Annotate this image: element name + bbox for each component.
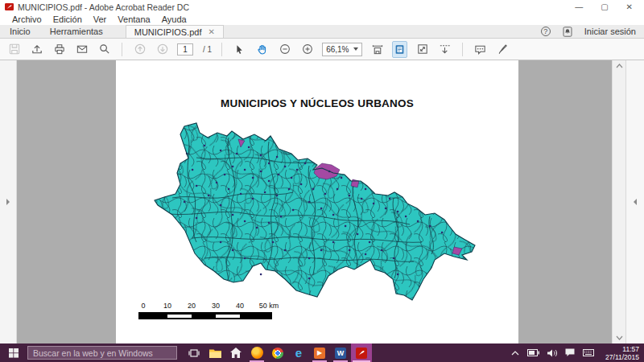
chevron-down-icon xyxy=(353,47,358,51)
menu-edicion[interactable]: Edición xyxy=(47,14,88,24)
search-icon xyxy=(98,43,111,56)
taskbar-clock[interactable]: 11:57 27/11/2015 xyxy=(602,345,639,361)
notification-bell-icon[interactable] xyxy=(563,27,572,37)
notification-center-icon[interactable] xyxy=(565,348,575,357)
comment-button[interactable] xyxy=(473,41,488,58)
la-rioja-municipalities-map xyxy=(148,121,499,305)
media-player-button[interactable]: ▶ xyxy=(309,343,330,362)
tools-pane-strip xyxy=(625,60,644,343)
acrobat-app-icon xyxy=(5,2,14,11)
print-button[interactable] xyxy=(52,41,67,58)
tab-bar: Inicio Herramientas MUNICIPIOS.pdf ✕ ? I… xyxy=(0,25,644,39)
menu-ver[interactable]: Ver xyxy=(88,14,113,24)
firefox-button[interactable] xyxy=(246,343,267,362)
fit-page-icon xyxy=(394,43,406,56)
menu-archivo[interactable]: Archivo xyxy=(6,14,47,24)
toolbar-separator xyxy=(122,43,122,56)
tray-expand-icon[interactable] xyxy=(511,351,519,356)
start-button[interactable] xyxy=(0,343,27,362)
scale-label-20: 20 xyxy=(188,302,196,310)
fit-page-button[interactable] xyxy=(392,41,407,58)
pdf-page: MUNICIPIOS Y NÚCLEOS URBANOS xyxy=(116,60,518,343)
vertical-scrollbar[interactable] xyxy=(612,60,625,343)
scale-bar-segment xyxy=(167,315,192,318)
acrobat-reader-button[interactable] xyxy=(351,343,372,362)
toolbar-separator xyxy=(221,43,222,56)
next-page-button[interactable] xyxy=(155,41,170,58)
tab-close-icon[interactable]: ✕ xyxy=(208,27,214,36)
map-title: MUNICIPIOS Y NÚCLEOS URBANOS xyxy=(116,97,518,109)
email-button[interactable] xyxy=(74,41,89,58)
scale-bar-rule xyxy=(138,312,272,319)
tab-herramientas[interactable]: Herramientas xyxy=(40,25,113,38)
fit-width-button[interactable] xyxy=(369,41,385,58)
home-icon xyxy=(230,348,242,358)
task-view-button[interactable] xyxy=(184,343,204,362)
toolbar-separator xyxy=(462,43,463,56)
sign-in-button[interactable]: Iniciar sesión xyxy=(584,27,636,36)
printer-icon xyxy=(53,43,66,56)
page-total-label: / 1 xyxy=(203,45,212,54)
maximize-icon[interactable]: ▢ xyxy=(601,3,608,11)
zoom-out-button[interactable] xyxy=(277,41,292,58)
page-number-input[interactable] xyxy=(177,43,193,56)
chrome-icon xyxy=(272,348,283,359)
close-icon[interactable]: ✕ xyxy=(626,3,633,11)
scroll-up-icon[interactable] xyxy=(616,64,623,68)
word-button[interactable]: W xyxy=(330,343,351,362)
system-tray: 11:57 27/11/2015 xyxy=(511,345,644,361)
chrome-button[interactable] xyxy=(267,343,288,362)
fit-width-icon xyxy=(371,43,384,56)
sign-button[interactable] xyxy=(495,41,510,58)
share-button[interactable] xyxy=(29,41,44,58)
scale-label-50km: 50 km xyxy=(259,302,279,310)
reading-mode-button[interactable] xyxy=(415,41,430,58)
scroll-down-icon[interactable] xyxy=(616,335,623,340)
folder-icon xyxy=(209,348,221,358)
acrobat-window: MUNICIPIOS.pdf - Adobe Acrobat Reader DC… xyxy=(0,0,644,362)
minimize-icon[interactable]: — xyxy=(575,3,583,11)
battery-icon[interactable] xyxy=(527,349,539,356)
clock-time: 11:57 xyxy=(605,345,639,353)
taskbar-search-input[interactable] xyxy=(27,346,177,360)
zoom-in-button[interactable] xyxy=(299,41,315,58)
previous-page-button[interactable] xyxy=(132,41,147,58)
expand-arrows-icon xyxy=(416,43,429,56)
arrow-up-icon xyxy=(134,43,147,56)
upload-cloud-icon xyxy=(31,43,43,56)
municipality-boundaries xyxy=(148,121,499,305)
toolbar: / 1 66,1% xyxy=(0,39,644,60)
help-icon[interactable]: ? xyxy=(541,27,551,36)
search-button[interactable] xyxy=(97,41,112,58)
hand-icon xyxy=(256,43,269,56)
municipalities-region xyxy=(148,121,499,305)
scale-label-40: 40 xyxy=(236,302,244,310)
save-button[interactable] xyxy=(6,41,22,58)
menu-bar: Archivo Edición Ver Ventana Ayuda xyxy=(0,14,644,25)
menu-ayuda[interactable]: Ayuda xyxy=(156,14,192,24)
expand-nav-pane-icon[interactable] xyxy=(6,199,10,206)
task-view-icon xyxy=(188,348,200,358)
expand-tools-pane-icon[interactable] xyxy=(633,199,638,206)
arrow-down-icon xyxy=(156,43,169,56)
file-explorer-button[interactable] xyxy=(204,343,225,362)
pdf-canvas[interactable]: MUNICIPIOS Y NÚCLEOS URBANOS xyxy=(17,60,612,343)
scrolling-mode-button[interactable] xyxy=(437,41,452,58)
firefox-icon xyxy=(251,347,263,359)
clock-date: 27/11/2015 xyxy=(605,353,639,361)
acrobat-reader-icon xyxy=(356,348,367,359)
edge-button[interactable]: e xyxy=(288,343,309,362)
menu-ventana[interactable]: Ventana xyxy=(112,14,155,24)
home-app-button[interactable] xyxy=(225,343,246,362)
tab-inicio[interactable]: Inicio xyxy=(0,25,40,38)
document-area: MUNICIPIOS Y NÚCLEOS URBANOS xyxy=(0,60,644,343)
keyboard-icon[interactable] xyxy=(583,349,594,356)
scale-label-10: 10 xyxy=(163,302,171,310)
hand-tool-button[interactable] xyxy=(254,41,270,58)
tab-document-active[interactable]: MUNICIPIOS.pdf ✕ xyxy=(126,25,224,38)
zoom-level-value: 66,1% xyxy=(326,45,349,54)
volume-icon[interactable] xyxy=(547,349,557,357)
envelope-icon xyxy=(76,43,89,56)
select-tool-button[interactable] xyxy=(232,41,247,58)
zoom-level-dropdown[interactable]: 66,1% xyxy=(322,43,362,56)
